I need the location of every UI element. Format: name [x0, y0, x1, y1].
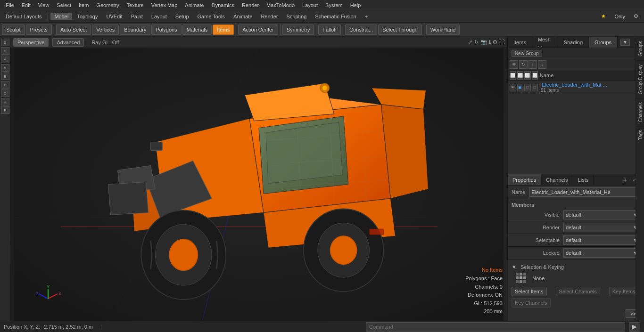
tab-topology[interactable]: Topology — [73, 13, 101, 20]
tab-uvedit[interactable]: UVEdit — [102, 13, 126, 20]
new-group-btn[interactable]: New Group — [512, 50, 542, 57]
prop-locked-select[interactable]: default ▼ — [563, 248, 640, 258]
rp-tab-mesh[interactable]: Mesh ... — [532, 37, 558, 48]
tab-layout[interactable]: Layout — [148, 13, 171, 20]
prop-selectable-value: default — [566, 237, 581, 243]
menu-texture[interactable]: Texture — [123, 1, 148, 9]
vp-settings-btn[interactable]: ⚙ — [493, 39, 497, 45]
menu-render[interactable]: Render — [238, 1, 263, 9]
menu-help[interactable]: Help — [347, 1, 365, 9]
prop-render-select[interactable]: default ▼ — [563, 223, 640, 232]
group-row-1[interactable]: 👁 ▣ □ □ Electric_Loader_with_Mat ... 91 … — [508, 81, 644, 94]
items-btn[interactable]: Items — [213, 24, 234, 35]
viewport-canvas[interactable]: No Items Polygons : Face Channels: 0 Def… — [10, 48, 507, 321]
tab-game-tools[interactable]: Game Tools — [194, 13, 229, 20]
gr-box-icon[interactable]: ▣ — [517, 84, 524, 91]
rp-tab-groups[interactable]: Groups — [589, 37, 618, 48]
menu-view[interactable]: View — [34, 1, 53, 9]
vp-info-btn[interactable]: ℹ — [489, 39, 491, 45]
vp-refresh-btn[interactable]: ↻ — [474, 39, 479, 45]
gt-up-btn[interactable]: ↑ — [528, 60, 537, 69]
tab-animate[interactable]: Animate — [230, 13, 256, 20]
menu-file[interactable]: File — [2, 1, 18, 9]
menu-animate[interactable]: Animate — [181, 1, 207, 9]
vp-fit-btn[interactable]: ⤢ — [468, 39, 472, 45]
tab-paint[interactable]: Paint — [127, 13, 147, 20]
layout-dropdown[interactable]: Default Layouts — [2, 13, 45, 20]
tab-render[interactable]: Render — [257, 13, 281, 20]
rp-tab-items[interactable]: Items — [508, 37, 532, 48]
props-name-input[interactable] — [529, 187, 640, 197]
settings-icon[interactable]: ⚙ — [630, 12, 642, 20]
viewport[interactable]: Perspective Advanced Ray GL: Off ⤢ ↻ 📷 ℹ… — [10, 37, 507, 321]
ls-item-3[interactable]: M — [1, 56, 9, 63]
groups-dropdown[interactable]: ▼ — [620, 39, 630, 46]
ls-item-7[interactable]: C — [1, 89, 9, 97]
auto-select-btn[interactable]: Auto Select — [56, 24, 91, 35]
gr-eye-icon[interactable]: 👁 — [510, 84, 516, 91]
menu-geometry[interactable]: Geometry — [92, 1, 123, 9]
tab-scripting[interactable]: Scripting — [283, 13, 311, 20]
tab-model[interactable]: Model — [50, 13, 72, 20]
polygons-btn[interactable]: Polygons — [151, 24, 181, 35]
select-items-btn[interactable]: Select Items — [512, 287, 547, 296]
workplane-btn[interactable]: WorkPlane — [426, 24, 460, 35]
select-channels-btn[interactable]: Select Channels — [556, 287, 600, 296]
rp-tab-shading[interactable]: Shading — [558, 37, 589, 48]
action-center-btn[interactable]: Action Center — [238, 24, 278, 35]
ls-item-5[interactable]: E — [1, 73, 9, 80]
constraints-btn[interactable]: Constrai... — [345, 24, 377, 35]
prop-selectable-select[interactable]: default ▼ — [563, 235, 640, 245]
vtab-channels[interactable]: Channels — [636, 98, 644, 126]
vp-tab-perspective[interactable]: Perspective — [13, 38, 49, 47]
command-input[interactable] — [366, 322, 625, 332]
menu-maxtomodo[interactable]: MaxToModo — [263, 1, 298, 9]
ls-item-9[interactable]: F — [1, 106, 9, 114]
tab-setup[interactable]: Setup — [172, 13, 193, 20]
ls-item-1[interactable]: D — [1, 39, 9, 46]
ls-item-2[interactable]: D — [1, 47, 9, 55]
vtab-groups[interactable]: Groups — [636, 37, 644, 60]
falloff-btn[interactable]: Falloff — [318, 24, 341, 35]
ls-item-4[interactable]: V — [1, 64, 9, 72]
vp-camera-btn[interactable]: 📷 — [480, 39, 487, 45]
prop-visible-select[interactable]: default ▼ — [563, 210, 640, 219]
tab-add[interactable]: + — [361, 13, 372, 20]
select-through-btn[interactable]: Select Through — [378, 24, 421, 35]
star-icon[interactable]: ★ — [597, 12, 610, 20]
gt-refresh-btn[interactable]: ↻ — [519, 60, 528, 69]
sculpt-btn[interactable]: Sculpt — [2, 24, 25, 35]
symmetry-btn[interactable]: Symmetry — [282, 24, 314, 35]
tab-schematic-fusion[interactable]: Schematic Fusion — [311, 13, 360, 20]
vertices-btn[interactable]: Vertices — [92, 24, 119, 35]
vtab-tags[interactable]: Tags — [636, 126, 644, 144]
props-tab-add[interactable]: + — [619, 174, 631, 185]
menu-dynamics[interactable]: Dynamics — [208, 1, 238, 9]
menu-layout[interactable]: Layout — [298, 1, 322, 9]
vp-maximize-btn[interactable]: ⛶ — [499, 39, 504, 45]
key-channels-btn[interactable]: Key Channels — [512, 298, 551, 308]
menu-system[interactable]: System — [322, 1, 347, 9]
command-run-btn[interactable]: ▶ — [629, 322, 640, 332]
materials-btn[interactable]: Materials — [182, 24, 212, 35]
props-tab-lists[interactable]: Lists — [573, 174, 594, 185]
rp-tab-dropdown[interactable]: ▼ — [618, 37, 633, 48]
sk-expand-icon[interactable]: ▼ — [512, 264, 517, 270]
gr-lock-icon[interactable]: □ — [524, 84, 531, 91]
gr-check-icon[interactable]: □ — [532, 84, 538, 91]
ls-item-6[interactable]: P — [1, 81, 9, 89]
vtab-group-display[interactable]: Group Display — [636, 60, 644, 98]
menu-select[interactable]: Select — [53, 1, 75, 9]
props-tab-channels[interactable]: Channels — [541, 174, 573, 185]
gt-eye-btn[interactable]: 👁 — [510, 60, 518, 69]
presets-btn[interactable]: Presets — [26, 24, 52, 35]
menu-vertex-map[interactable]: Vertex Map — [148, 1, 182, 9]
key-items-btn[interactable]: Key Items — [609, 287, 639, 296]
boundary-btn[interactable]: Boundary — [120, 24, 150, 35]
menu-item[interactable]: Item — [75, 1, 92, 9]
gt-down-btn[interactable]: ↓ — [538, 60, 546, 69]
vp-tab-advanced[interactable]: Advanced — [52, 38, 84, 47]
ls-item-8[interactable]: U — [1, 98, 9, 105]
props-tab-properties[interactable]: Properties — [508, 174, 541, 185]
menu-edit[interactable]: Edit — [18, 1, 34, 9]
